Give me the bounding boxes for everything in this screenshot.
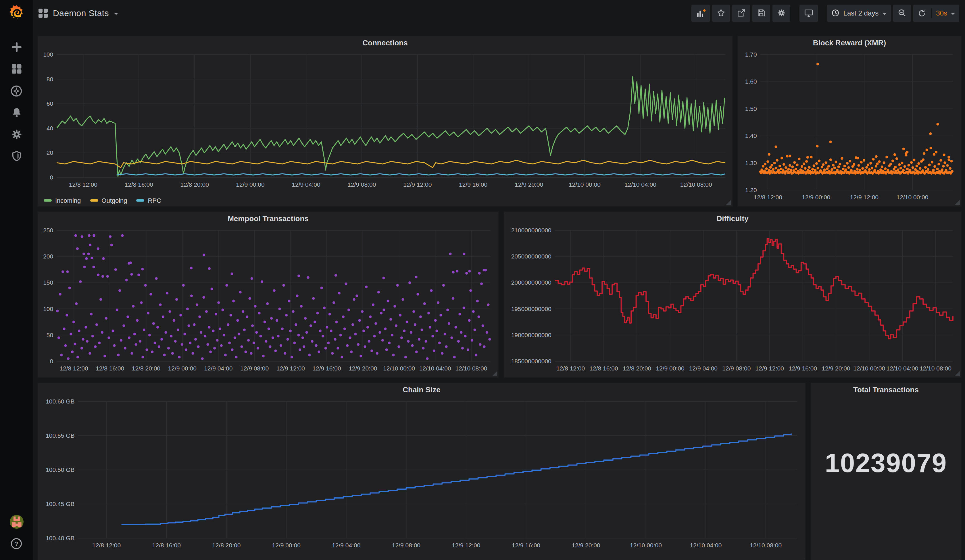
svg-text:1.60: 1.60 [745,78,757,85]
svg-text:0: 0 [50,174,54,181]
toolbar: Last 2 days 30s [692,4,959,21]
svg-text:185000000000: 185000000000 [511,358,551,364]
panel-title-chain-size[interactable]: Chain Size [38,383,805,397]
panel-resize-handle[interactable] [955,371,960,376]
connections-chart[interactable]: 12/8 12:0012/8 16:0012/8 20:0012/9 00:00… [38,50,733,193]
svg-text:12/9 16:00: 12/9 16:00 [312,365,341,372]
svg-text:100.50 GB: 100.50 GB [46,466,74,473]
svg-text:12/9 08:00: 12/9 08:00 [722,365,751,372]
admin-shield-icon[interactable] [10,149,23,163]
svg-text:100.45 GB: 100.45 GB [46,501,74,507]
panel-title-connections[interactable]: Connections [38,36,732,50]
legend-item-incoming[interactable]: Incoming [44,197,81,204]
dashboard-squares-icon [39,8,48,18]
configuration-gear-icon[interactable] [10,127,23,141]
svg-text:12/9 04:00: 12/9 04:00 [689,365,718,372]
svg-text:12/10 04:00: 12/10 04:00 [690,542,722,549]
svg-text:12/10 08:00: 12/10 08:00 [919,365,952,372]
panel-connections: Connections 12/8 12:0012/8 16:0012/8 20:… [38,36,733,207]
svg-text:12/8 20:00: 12/8 20:00 [180,181,209,188]
legend-swatch-icon [136,199,144,202]
svg-text:12/10 08:00: 12/10 08:00 [455,365,487,372]
svg-text:12/8 12:00: 12/8 12:00 [92,542,121,549]
chain-size-chart[interactable]: 12/8 12:0012/8 16:0012/8 20:0012/9 00:00… [38,397,805,553]
share-button[interactable] [733,4,750,21]
svg-text:100.60 GB: 100.60 GB [46,398,74,405]
alerting-bell-icon[interactable] [10,106,23,119]
svg-text:195000000000: 195000000000 [511,305,551,312]
refresh-button-group[interactable]: 30s [913,4,959,21]
svg-text:12/9 04:00: 12/9 04:00 [204,365,232,372]
dashboard-grid: Connections 12/8 12:0012/8 16:0012/8 20:… [33,26,965,560]
dashboards-icon[interactable] [10,62,23,76]
svg-text:12/9 16:00: 12/9 16:00 [512,542,540,549]
svg-text:12/8 20:00: 12/8 20:00 [623,365,651,372]
user-avatar[interactable] [10,514,23,528]
star-button[interactable] [712,4,730,21]
refresh-interval-caret-icon [950,12,955,15]
svg-text:12/8 12:00: 12/8 12:00 [69,181,97,188]
save-button[interactable] [752,4,770,21]
panel-resize-handle[interactable] [955,200,960,205]
svg-text:12/8 16:00: 12/8 16:00 [152,542,181,549]
svg-text:100.40 GB: 100.40 GB [46,535,74,541]
explore-compass-icon[interactable] [10,84,23,98]
legend-item-rpc[interactable]: RPC [136,197,161,204]
mempool-chart[interactable]: 12/8 12:0012/8 16:0012/8 20:0012/9 00:00… [38,226,498,376]
svg-text:12/8 20:00: 12/8 20:00 [212,542,240,549]
svg-text:12/8 12:00: 12/8 12:00 [754,194,782,201]
svg-text:150: 150 [43,279,53,286]
panel-title-total-transactions[interactable]: Total Transactions [811,383,961,397]
svg-text:1.20: 1.20 [745,187,757,193]
time-range-label: Last 2 days [844,9,879,17]
svg-text:12/9 20:00: 12/9 20:00 [822,365,850,372]
refresh-icon [917,8,926,18]
svg-text:20: 20 [47,149,53,156]
svg-text:12/9 00:00: 12/9 00:00 [272,542,301,549]
svg-text:12/9 08:00: 12/9 08:00 [240,365,269,372]
svg-text:12/10 00:00: 12/10 00:00 [630,542,662,549]
svg-text:12/8 16:00: 12/8 16:00 [589,365,618,372]
panel-title-difficulty[interactable]: Difficulty [504,212,961,226]
dashboard-title-button[interactable]: Daemon Stats [39,8,119,18]
difficulty-chart[interactable]: 12/8 12:0012/8 16:0012/8 20:0012/9 00:00… [504,226,961,376]
panel-mempool: Mempool Transactions 12/8 12:0012/8 16:0… [38,211,499,378]
svg-text:12/8 12:00: 12/8 12:00 [556,365,585,372]
panel-title-mempool[interactable]: Mempool Transactions [38,212,498,226]
zoom-out-button[interactable] [893,4,911,21]
svg-text:1.30: 1.30 [745,160,757,166]
svg-text:12/10 04:00: 12/10 04:00 [419,365,451,372]
panel-resize-handle[interactable] [726,200,731,205]
create-plus-icon[interactable] [10,40,23,54]
help-icon[interactable]: ? [10,536,23,550]
svg-text:?: ? [15,540,18,547]
grafana-logo-icon[interactable] [7,4,26,23]
svg-text:205000000000: 205000000000 [511,253,551,260]
svg-text:12/10 00:00: 12/10 00:00 [853,365,885,372]
legend-item-outgoing[interactable]: Outgoing [90,197,127,204]
cycle-view-monitor-button[interactable] [800,4,818,21]
header-bar: Daemon Stats [33,0,965,26]
time-range-picker[interactable]: Last 2 days [828,4,891,21]
svg-text:12/9 20:00: 12/9 20:00 [348,365,377,372]
svg-text:12/9 12:00: 12/9 12:00 [850,194,878,201]
total-transactions-value: 10239079 [825,447,947,478]
refresh-interval-label: 30s [936,9,947,17]
add-panel-button[interactable] [692,4,710,21]
svg-text:12/9 00:00: 12/9 00:00 [802,194,830,201]
panel-chain-size: Chain Size 12/8 12:0012/8 16:0012/8 20:0… [38,382,806,560]
svg-text:12/8 16:00: 12/8 16:00 [125,181,153,188]
svg-text:12/10 00:00: 12/10 00:00 [896,194,929,201]
time-range-caret-icon [882,12,886,15]
panel-title-block-reward[interactable]: Block Reward (XMR) [738,36,961,50]
dashboard-settings-gear-button[interactable] [773,4,790,21]
block-reward-chart[interactable]: 12/8 12:0012/9 00:0012/9 12:0012/10 00:0… [738,50,961,205]
svg-text:12/8 20:00: 12/8 20:00 [132,365,160,372]
svg-text:12/9 00:00: 12/9 00:00 [236,181,264,188]
legend-swatch-icon [44,199,52,202]
panel-resize-handle[interactable] [492,371,497,376]
svg-text:100: 100 [43,305,53,312]
dashboard-title-caret-icon [114,12,119,15]
svg-text:12/10 04:00: 12/10 04:00 [886,365,918,372]
sidebar: ? [0,0,33,560]
